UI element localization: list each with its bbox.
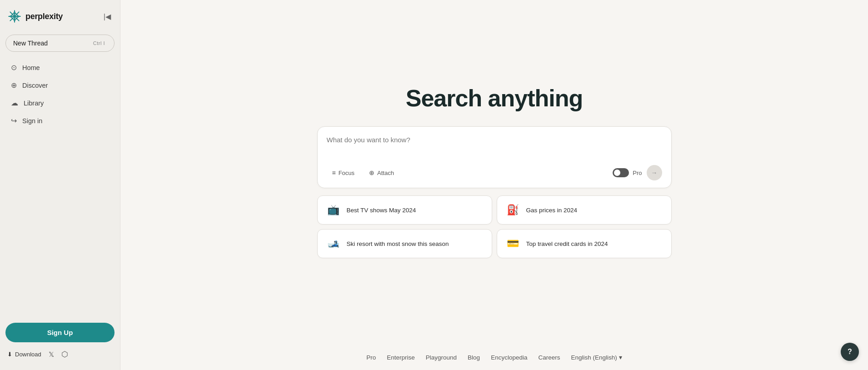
collapse-icon: |◀ xyxy=(104,12,111,21)
new-thread-button[interactable]: New Thread Ctrl I xyxy=(5,35,115,52)
ski-resort-icon: 🎿 xyxy=(326,236,341,251)
signup-button[interactable]: Sign Up xyxy=(5,323,115,342)
gas-prices-icon: ⛽ xyxy=(505,202,521,218)
sidebar-item-signin[interactable]: ↪ Sign in xyxy=(5,112,115,129)
sidebar-item-discover[interactable]: ⊕ Discover xyxy=(5,77,115,94)
library-icon: ☁ xyxy=(11,99,18,107)
footer-link-pro[interactable]: Pro xyxy=(366,354,376,361)
pro-label: Pro xyxy=(633,170,642,176)
search-box: ≡ Focus ⊕ Attach Pro → xyxy=(317,126,672,188)
sidebar-item-signin-label: Sign in xyxy=(22,117,42,125)
suggestion-travel-cards-text: Top travel credit cards in 2024 xyxy=(526,240,608,247)
pro-toggle[interactable]: Pro xyxy=(613,168,642,177)
perplexity-logo-icon xyxy=(7,9,22,24)
sidebar-item-home[interactable]: ⊙ Home xyxy=(5,59,115,76)
submit-icon: → xyxy=(651,169,658,176)
download-icon: ⬇ xyxy=(7,351,12,358)
sidebar-item-library[interactable]: ☁ Library xyxy=(5,95,115,111)
sidebar-item-discover-label: Discover xyxy=(22,82,48,89)
sidebar-item-library-label: Library xyxy=(24,100,44,107)
travel-cards-icon: 💳 xyxy=(505,236,521,251)
search-input[interactable] xyxy=(327,136,662,154)
language-selector[interactable]: English (English) ▾ xyxy=(571,354,622,361)
focus-button[interactable]: ≡ Focus xyxy=(327,166,360,179)
help-button[interactable]: ? xyxy=(841,343,859,361)
footer-link-playground[interactable]: Playground xyxy=(426,354,457,361)
attach-label: Attach xyxy=(377,170,394,176)
suggestion-gas-prices-text: Gas prices in 2024 xyxy=(526,207,578,214)
logo-area: perplexity xyxy=(7,9,63,24)
download-link[interactable]: ⬇ Download xyxy=(7,351,41,358)
help-icon: ? xyxy=(848,348,852,356)
discover-icon: ⊕ xyxy=(11,81,17,90)
language-label: English (English) xyxy=(571,354,617,361)
search-right-area: Pro → xyxy=(613,165,662,180)
focus-label: Focus xyxy=(339,170,354,176)
footer-link-enterprise[interactable]: Enterprise xyxy=(387,354,415,361)
main-content: Search anything ≡ Focus ⊕ Attach Pro xyxy=(120,0,868,370)
logo-text: perplexity xyxy=(25,12,63,21)
nav-items: ⊙ Home ⊕ Discover ☁ Library ↪ Sign in xyxy=(5,59,115,317)
suggestion-tv-shows[interactable]: 📺 Best TV shows May 2024 xyxy=(317,195,492,225)
sidebar-footer: ⬇ Download 𝕏 ⬡ xyxy=(5,342,115,363)
suggestion-ski-resort-text: Ski resort with most snow this season xyxy=(347,240,449,247)
sidebar-collapse-button[interactable]: |◀ xyxy=(102,10,113,23)
submit-button[interactable]: → xyxy=(647,165,662,180)
search-controls: ≡ Focus ⊕ Attach Pro → xyxy=(327,163,662,180)
suggestions-grid: 📺 Best TV shows May 2024 ⛽ Gas prices in… xyxy=(317,195,672,258)
footer-link-careers[interactable]: Careers xyxy=(538,354,560,361)
sidebar-header: perplexity |◀ xyxy=(5,7,115,25)
main-footer: Pro Enterprise Playground Blog Encyclope… xyxy=(120,345,868,370)
page-title: Search anything xyxy=(406,85,583,112)
tv-shows-icon: 📺 xyxy=(326,202,341,218)
suggestion-ski-resort[interactable]: 🎿 Ski resort with most snow this season xyxy=(317,229,492,258)
chevron-down-icon: ▾ xyxy=(619,354,622,361)
attach-button[interactable]: ⊕ Attach xyxy=(364,166,399,179)
new-thread-shortcut: Ctrl I xyxy=(91,40,107,47)
discord-icon[interactable]: ⬡ xyxy=(61,350,68,359)
attach-icon: ⊕ xyxy=(369,169,374,176)
twitter-icon[interactable]: 𝕏 xyxy=(49,350,54,359)
suggestion-travel-cards[interactable]: 💳 Top travel credit cards in 2024 xyxy=(497,229,672,258)
suggestion-tv-shows-text: Best TV shows May 2024 xyxy=(347,207,416,214)
footer-link-encyclopedia[interactable]: Encyclopedia xyxy=(491,354,527,361)
home-icon: ⊙ xyxy=(11,63,17,72)
suggestion-gas-prices[interactable]: ⛽ Gas prices in 2024 xyxy=(497,195,672,225)
download-label: Download xyxy=(15,351,41,358)
new-thread-label: New Thread xyxy=(13,40,48,47)
signin-icon: ↪ xyxy=(11,116,17,125)
focus-icon: ≡ xyxy=(332,169,336,176)
footer-link-blog[interactable]: Blog xyxy=(468,354,480,361)
search-left-buttons: ≡ Focus ⊕ Attach xyxy=(327,166,399,179)
toggle-switch[interactable] xyxy=(613,168,629,177)
sidebar: perplexity |◀ New Thread Ctrl I ⊙ Home ⊕… xyxy=(0,0,120,370)
sidebar-item-home-label: Home xyxy=(22,64,40,71)
